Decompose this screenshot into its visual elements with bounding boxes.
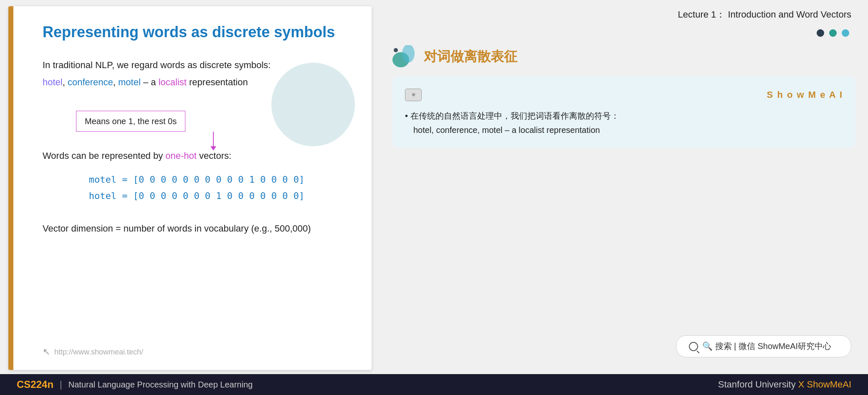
comma1: , — [63, 77, 68, 87]
annotation-card: ⊕ S h o w M e A I 在传统的自然语言处理中，我们把词语看作离散的… — [392, 76, 855, 148]
right-header: 对词做离散表征 — [392, 45, 855, 68]
cursor-icon: ↖ — [43, 347, 50, 357]
search-icon — [689, 342, 698, 351]
word-motel: motel — [118, 77, 141, 87]
paragraph-text: In traditional NLP, we regard words as d… — [43, 60, 271, 70]
comma2: , — [113, 77, 118, 87]
vocab-note: Vector dimension = number of words in vo… — [43, 221, 351, 236]
svg-point-1 — [402, 45, 415, 63]
dot-3 — [842, 29, 849, 37]
bottom-left: CS224n | Natural Language Processing wit… — [17, 379, 253, 390]
bottom-bar: CS224n | Natural Language Processing wit… — [0, 374, 868, 395]
vector-motel: motel = [0 0 0 0 0 0 0 0 0 0 1 0 0 0 0] — [43, 171, 351, 188]
callout-box: Means one 1, the rest 0s — [76, 111, 185, 132]
annotation-sub: hotel, conference, motel – a localist re… — [413, 123, 843, 137]
vector-hotel: hotel = [0 0 0 0 0 0 0 1 0 0 0 0 0 0 0] — [43, 188, 351, 204]
word-conference: conference — [68, 77, 113, 87]
bottom-x: X — [798, 379, 807, 390]
word-hotel: hotel — [43, 77, 63, 87]
one-hot-end: vectors: — [197, 150, 231, 161]
main-content: Representing words as discrete symbols I… — [0, 0, 868, 374]
callout-arrow-line — [213, 132, 214, 146]
ai-icon-text: ⊕ — [412, 91, 415, 99]
showmeai-badge: ⊕ S h o w M e A I — [405, 87, 843, 102]
one-hot-keyword: one-hot — [165, 150, 197, 161]
bottom-divider: | — [60, 379, 62, 390]
right-panel: Lecture 1： Introduction and Word Vectors… — [380, 0, 868, 374]
annotation-bullet: 在传统的自然语言处理中，我们把词语看作离散的符号： — [405, 109, 843, 123]
chinese-title: 对词做离散表征 — [424, 48, 517, 66]
vector-display: motel = [0 0 0 0 0 0 0 0 0 0 1 0 0 0 0] … — [43, 171, 351, 204]
slide-footer: ↖ http://www.showmeai.tech/ — [43, 347, 143, 357]
word-localist: localist — [159, 77, 187, 87]
slide-panel: Representing words as discrete symbols I… — [8, 6, 372, 370]
search-text: 🔍 搜索 | 微信 ShowMeAI研究中心 — [702, 341, 831, 352]
slide-body: In traditional NLP, we regard words as d… — [43, 58, 351, 236]
bottom-showmeai: ShowMeAI — [807, 379, 851, 390]
slide-title: Representing words as discrete symbols — [43, 23, 351, 41]
dots-row — [392, 29, 855, 37]
one-hot-intro: Words can be represented by — [43, 150, 165, 161]
bottom-right: Stanford University X ShowMeAI — [718, 379, 851, 390]
footer-url: http://www.showmeai.tech/ — [54, 348, 143, 357]
one-hot-section: Words can be represented by one-hot vect… — [43, 148, 351, 204]
course-code: CS224n — [17, 379, 53, 390]
dot-1 — [817, 29, 824, 37]
wave-icon — [392, 45, 418, 68]
stanford-text: Stanford University — [718, 379, 796, 390]
callout-arrow — [210, 132, 216, 150]
dash-text: – a — [141, 77, 159, 87]
ai-icon: ⊕ — [405, 89, 422, 101]
search-container: 🔍 搜索 | 微信 ShowMeAI研究中心 — [392, 327, 855, 366]
search-bar[interactable]: 🔍 搜索 | 微信 ShowMeAI研究中心 — [676, 335, 851, 357]
bottom-subtitle: Natural Language Processing with Deep Le… — [68, 380, 253, 390]
circle-decoration — [271, 63, 355, 146]
representation-text: representation — [187, 77, 248, 87]
callout-text: Means one 1, the rest 0s — [85, 117, 177, 126]
showmeai-label: S h o w M e A I — [767, 87, 843, 102]
dot-2 — [829, 29, 837, 37]
lecture-title: Lecture 1： Introduction and Word Vectors — [392, 8, 855, 21]
callout-arrow-head — [210, 146, 216, 150]
one-hot-label: Words can be represented by one-hot vect… — [43, 148, 351, 163]
svg-point-2 — [394, 48, 398, 52]
